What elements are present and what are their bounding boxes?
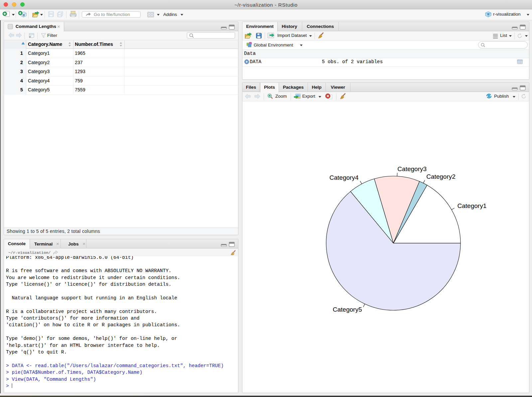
svg-text:Category1: Category1 [458,202,487,209]
svg-text:R: R [487,13,489,16]
svg-text:Category4: Category4 [330,174,359,181]
svg-text:R: R [23,13,25,17]
svg-text:Category3: Category3 [397,165,427,172]
svg-text:Category2: Category2 [426,173,456,180]
svg-text:Category5: Category5 [333,306,362,313]
